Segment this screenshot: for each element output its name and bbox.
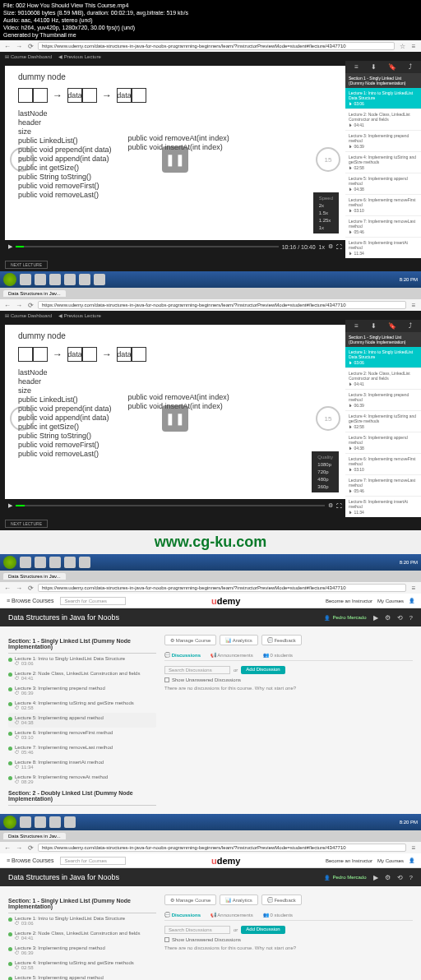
lecture-item[interactable]: Lecture 8: Implementing insertAt method⏵…: [345, 238, 421, 258]
lecture-row[interactable]: Lecture 2: Node Class, LinkedList Constr…: [8, 928, 156, 943]
play-icon[interactable]: ▶: [8, 502, 12, 509]
manage-course-button[interactable]: ⚙ Manage Course: [164, 635, 216, 645]
lecture-item[interactable]: Lecture 2: Node Class, LinkedList Constr…: [345, 368, 421, 390]
settings-icon[interactable]: ⚙: [385, 874, 391, 881]
lecture-item[interactable]: Lecture 4: Implementing toString and get…: [345, 411, 421, 432]
lecture-row[interactable]: Lecture 6: Implementing removeFirst meth…: [8, 728, 156, 742]
udemy-logo[interactable]: udemy: [211, 596, 240, 606]
lecture-row[interactable]: Lecture 5: Implementing append method⏱ 0…: [8, 713, 156, 728]
search-input[interactable]: Search for Courses: [60, 597, 126, 605]
back-icon[interactable]: ←: [3, 42, 12, 50]
fullscreen-icon[interactable]: ⛶: [336, 244, 342, 250]
task-icon[interactable]: [79, 274, 90, 285]
url-input[interactable]: https://www.udemy.com/data-structures-in…: [38, 584, 406, 592]
lecture-item[interactable]: Lecture 1: Intro to Singly LinkedList Da…: [345, 88, 421, 109]
list-icon[interactable]: ≡: [354, 63, 359, 71]
quality-option[interactable]: 720p: [314, 469, 336, 475]
lecture-item[interactable]: Lecture 7: Implementing removeLast metho…: [345, 216, 421, 238]
preview-icon[interactable]: ▶: [373, 874, 378, 881]
skip-back-icon[interactable]: 15: [10, 147, 35, 172]
tab-discussions[interactable]: 💬 Discussions: [164, 912, 201, 918]
lecture-item[interactable]: Lecture 7: Implementing removeLast metho…: [345, 475, 421, 497]
speed-option[interactable]: 1.5x: [316, 210, 336, 216]
add-discussion-button[interactable]: Add Discussion: [241, 926, 285, 934]
back-icon[interactable]: ←: [3, 584, 12, 592]
speed-option[interactable]: 1.25x: [316, 217, 336, 224]
quality-option[interactable]: 360p: [314, 483, 336, 490]
udemy-logo[interactable]: udemy: [211, 856, 240, 866]
speed-option[interactable]: 2x: [316, 202, 336, 209]
url-input[interactable]: https://www.udemy.com/data-structures-in…: [38, 844, 406, 852]
video-player[interactable]: dummy node → data → data lastNodeheaders…: [5, 66, 345, 253]
play-icon[interactable]: ▶: [8, 243, 12, 250]
prev-lecture-link[interactable]: ◀ Previous Lecture: [58, 53, 101, 59]
tab-students[interactable]: 👥 0 students: [263, 912, 293, 918]
skip-forward-icon[interactable]: 15: [316, 147, 340, 172]
next-lecture-button[interactable]: NEXT LECTURE: [5, 261, 48, 269]
analytics-button[interactable]: 📊 Analytics: [220, 894, 257, 905]
become-instructor-link[interactable]: Become an Instructor: [326, 858, 372, 863]
help-icon[interactable]: ?: [409, 874, 413, 881]
lecture-row[interactable]: Lecture 8: Implementing insertAt method⏱…: [8, 757, 156, 772]
add-discussion-button[interactable]: Add Discussion: [241, 666, 285, 674]
skip-back-icon[interactable]: 15: [10, 406, 35, 431]
forward-icon[interactable]: →: [15, 584, 23, 592]
lecture-row[interactable]: Lecture 5: Implementing append method⏱ 0…: [8, 973, 156, 980]
task-icon[interactable]: [49, 274, 61, 285]
lecture-item[interactable]: Lecture 6: Implementing removeFirst meth…: [345, 195, 421, 216]
unanswered-checkbox[interactable]: [164, 677, 169, 682]
browser-tab[interactable]: Data Structures in Jav...: [3, 290, 66, 297]
avatar[interactable]: 👤: [409, 858, 414, 863]
settings-icon[interactable]: ⚙: [385, 614, 391, 622]
lecture-item[interactable]: Lecture 1: Intro to Singly LinkedList Da…: [345, 347, 421, 368]
progress-bar[interactable]: [16, 246, 279, 247]
reload-icon[interactable]: ⟳: [26, 584, 35, 592]
bookmark-icon[interactable]: 🔖: [388, 322, 396, 330]
task-icon[interactable]: [35, 816, 46, 828]
history-icon[interactable]: ⟲: [397, 614, 403, 622]
video-player[interactable]: dummy node → data → data lastNodeheaders…: [5, 325, 345, 512]
reload-icon[interactable]: ⟳: [26, 42, 35, 50]
lecture-row[interactable]: Lecture 9: Implementing removeAt method⏱…: [8, 772, 156, 787]
start-button[interactable]: [3, 816, 16, 829]
quality-option[interactable]: 1080p: [314, 461, 336, 468]
menu-icon[interactable]: ≡: [409, 844, 418, 852]
share-icon[interactable]: ⤴: [409, 63, 412, 71]
unanswered-checkbox[interactable]: [164, 937, 169, 942]
task-icon[interactable]: [64, 274, 76, 285]
task-icon[interactable]: [20, 274, 31, 285]
lecture-row[interactable]: Lecture 4: Implementing toString and get…: [8, 958, 156, 973]
task-icon[interactable]: [64, 816, 76, 828]
tab-announcements[interactable]: 📢 Announcements: [210, 912, 253, 918]
url-input[interactable]: https://www.udemy.com/data-structures-in…: [38, 42, 395, 50]
task-icon[interactable]: [20, 557, 31, 568]
menu-icon[interactable]: ≡: [409, 301, 418, 309]
speed-option[interactable]: 1x: [316, 224, 336, 231]
search-input[interactable]: Search for Courses: [60, 857, 126, 865]
feedback-button[interactable]: 💬 Feedback: [261, 894, 302, 905]
tab-students[interactable]: 👥 0 students: [263, 652, 293, 658]
menu-icon[interactable]: ≡: [409, 584, 418, 592]
fullscreen-icon[interactable]: ⛶: [336, 503, 342, 509]
task-icon[interactable]: [64, 557, 76, 568]
discussion-search[interactable]: Search Discussions: [164, 926, 230, 934]
lecture-item[interactable]: Lecture 5: Implementing append method⏵ 0…: [345, 173, 421, 195]
lecture-row[interactable]: Lecture 3: Implementing prepend method⏱ …: [8, 683, 156, 698]
user-badge[interactable]: 👤Pedro Mercado: [324, 615, 367, 621]
star-icon[interactable]: ☆: [398, 42, 406, 50]
analytics-button[interactable]: 📊 Analytics: [220, 635, 257, 645]
tab-announcements[interactable]: 📢 Announcements: [210, 652, 253, 658]
progress-bar[interactable]: [16, 505, 325, 506]
lecture-item[interactable]: Lecture 6: Implementing removeFirst meth…: [345, 454, 421, 475]
back-icon[interactable]: ←: [3, 844, 12, 852]
preview-icon[interactable]: ▶: [373, 614, 378, 622]
course-dashboard-link[interactable]: ⊞ Course Dashboard: [5, 53, 52, 59]
menu-icon[interactable]: ≡: [409, 42, 418, 50]
task-icon[interactable]: [49, 816, 61, 828]
prev-lecture-link[interactable]: ◀ Previous Lecture: [58, 312, 101, 318]
lecture-item[interactable]: Lecture 4: Implementing toString and get…: [345, 152, 421, 173]
skip-forward-icon[interactable]: 15: [316, 406, 340, 431]
forward-icon[interactable]: →: [15, 301, 23, 309]
discussion-search[interactable]: Search Discussions: [164, 666, 230, 674]
tab-discussions[interactable]: 💬 Discussions: [164, 652, 201, 658]
